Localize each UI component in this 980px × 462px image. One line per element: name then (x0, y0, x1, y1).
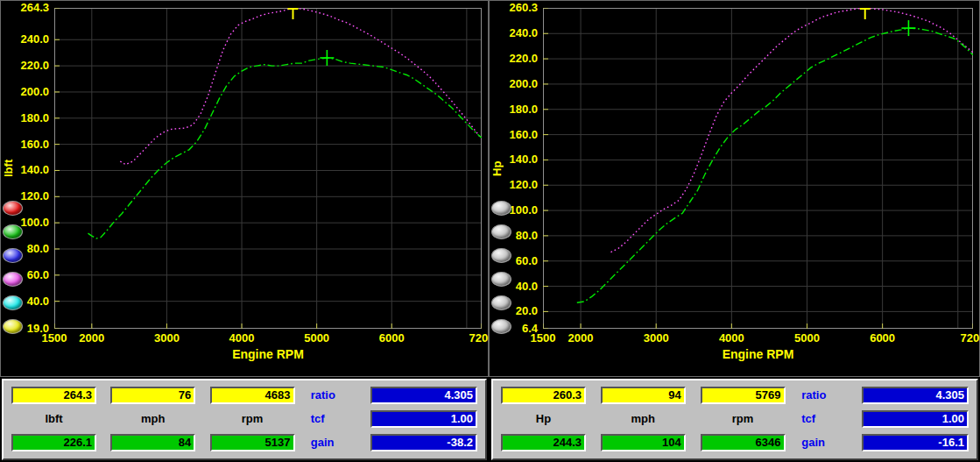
run-select-button[interactable] (3, 248, 23, 263)
chart-row: lbft 264.3240.0220.0200.0180.0160.0140.0… (0, 0, 980, 377)
x-tick-label: 4000 (719, 331, 744, 345)
tcf-value-box: 1.00 (862, 410, 969, 428)
y-tick-label: 240.0 (490, 26, 538, 40)
torque-chart-panel: lbft 264.3240.0220.0200.0180.0160.0140.0… (0, 0, 489, 377)
cursor1-power-readout: 260.3 (501, 387, 586, 404)
run-select-button[interactable] (491, 224, 511, 239)
run1-torque-curve (120, 8, 482, 165)
x-tick-label: 6000 (870, 331, 895, 345)
y-tick-label: 220.0 (1, 59, 49, 73)
y-tick-label: 120.0 (490, 178, 538, 192)
run1-power-curve (611, 8, 974, 252)
run-select-button[interactable] (3, 319, 23, 334)
cursor1-rpm-readout: 4683 (210, 387, 295, 404)
run2-torque-curve (88, 58, 483, 238)
run-select-button[interactable] (3, 272, 23, 287)
gain-label: gain (800, 434, 847, 451)
dyno-app-window: lbft 264.3240.0220.0200.0180.0160.0140.0… (0, 0, 980, 462)
run-select-button[interactable] (3, 224, 23, 239)
cursor2-torque-readout: 226.1 (11, 434, 96, 451)
torque-x-axis-ticks: 1500200030004000500060007200 (1, 331, 488, 345)
torque-run-buttons-column (3, 201, 23, 334)
run-select-button[interactable] (491, 272, 511, 287)
y-tick-label: 160.0 (490, 128, 538, 142)
rpm-unit-label: rpm (701, 410, 786, 428)
y-tick-label: 140.0 (1, 163, 49, 177)
torque-readout-panel: 264.3 76 4683 ratio 4.305 lbft mph rpm t… (2, 379, 487, 460)
torque-plot-area[interactable] (54, 8, 482, 329)
plot-svg (543, 8, 973, 329)
torque-x-axis-label: Engine RPM (54, 347, 482, 361)
power-chart-panel: Hp 260.3240.0220.0200.0180.0160.0140.012… (489, 0, 980, 377)
ratio-value-box: 4.305 (862, 387, 969, 404)
gain-value-box: -38.2 (370, 434, 477, 451)
ratio-value-box: 4.305 (370, 387, 477, 404)
power-x-axis-ticks: 1500200030004000500060007200 (490, 331, 979, 345)
cross-cursor-marker (320, 50, 334, 66)
run-select-button[interactable] (3, 201, 23, 216)
run-select-button[interactable] (491, 319, 511, 334)
y-tick-label: 220.0 (490, 52, 538, 66)
gain-value-box: -16.1 (862, 434, 969, 451)
cursor2-rpm-readout: 6346 (701, 434, 786, 451)
ratio-label: ratio (309, 387, 356, 404)
run-select-button[interactable] (491, 295, 511, 310)
cursor1-speed-readout: 76 (110, 387, 195, 404)
cursor1-speed-readout: 94 (601, 387, 686, 404)
ratio-label: ratio (800, 387, 847, 404)
y-tick-label: 200.0 (490, 77, 538, 91)
x-tick-label: 2000 (568, 331, 594, 345)
y-tick-label: 260.3 (490, 1, 538, 15)
power-unit-label: Hp (501, 410, 586, 428)
gain-label: gain (309, 434, 356, 451)
y-tick-label: 240.0 (1, 32, 49, 46)
y-tick-label: 180.0 (490, 103, 538, 117)
x-tick-label: 3000 (644, 331, 669, 345)
run-select-button[interactable] (3, 295, 23, 310)
x-tick-label: 7200 (961, 331, 980, 345)
run-select-button[interactable] (491, 201, 511, 216)
y-tick-label: 160.0 (1, 138, 49, 152)
run-select-button[interactable] (491, 248, 511, 263)
cursor2-power-readout: 244.3 (501, 434, 586, 451)
x-tick-label: 6000 (379, 331, 405, 345)
readout-row: 264.3 76 4683 ratio 4.305 lbft mph rpm t… (0, 377, 980, 462)
cursor2-speed-readout: 84 (110, 434, 195, 451)
power-plot-area[interactable] (543, 8, 973, 329)
cursor2-rpm-readout: 5137 (210, 434, 295, 451)
torque-unit-label: lbft (11, 410, 96, 428)
y-tick-label: 264.3 (1, 1, 49, 15)
power-run-buttons-column (491, 201, 511, 334)
speed-unit-label: mph (601, 410, 686, 428)
plot-svg (54, 8, 482, 329)
tcf-label: tcf (309, 410, 356, 428)
run2-power-curve (577, 28, 973, 302)
y-tick-label: 200.0 (1, 85, 49, 99)
x-tick-label: 5000 (304, 331, 329, 345)
x-tick-label: 4000 (229, 331, 255, 345)
y-tick-label: 140.0 (490, 153, 538, 167)
power-readout-panel: 260.3 94 5769 ratio 4.305 Hp mph rpm tcf… (491, 379, 978, 460)
x-tick-label: 3000 (154, 331, 180, 345)
x-tick-label: 5000 (794, 331, 820, 345)
cursor1-torque-readout: 264.3 (11, 387, 96, 404)
rpm-unit-label: rpm (210, 410, 295, 428)
cursor1-rpm-readout: 5769 (701, 387, 786, 404)
speed-unit-label: mph (110, 410, 195, 428)
cursor2-speed-readout: 104 (601, 434, 686, 451)
power-x-axis-label: Engine RPM (543, 347, 973, 361)
tcf-value-box: 1.00 (370, 410, 477, 428)
peak-cursor-marker (288, 8, 299, 19)
x-tick-label: 2000 (79, 331, 104, 345)
tcf-label: tcf (800, 410, 847, 428)
peak-cursor-marker (860, 8, 871, 19)
y-tick-label: 180.0 (1, 111, 49, 125)
